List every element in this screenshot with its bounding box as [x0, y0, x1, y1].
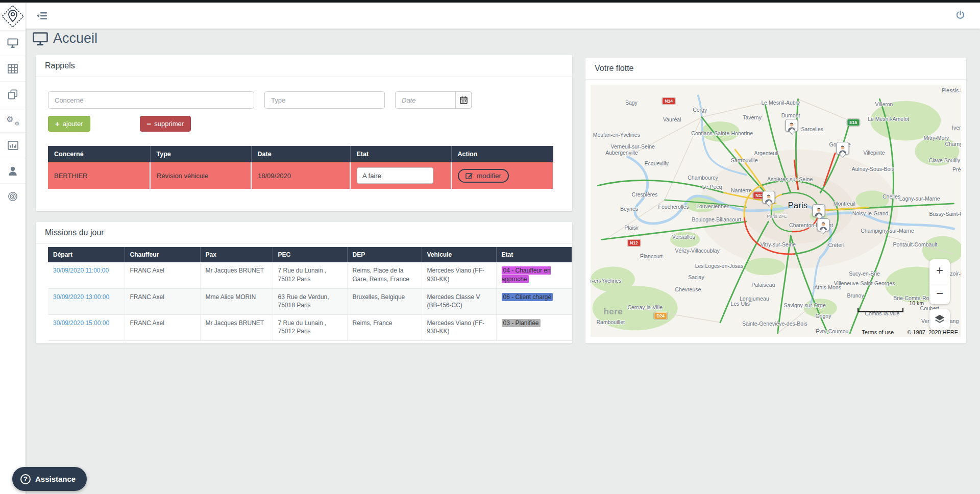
mission-row: 30/09/2020 13:00:00 FRANC Axel Mme Alice… [48, 288, 572, 314]
mission-dep: Reims, France [347, 314, 422, 340]
mission-pax: Mme Alice MORIN [200, 288, 273, 314]
driver-avatar-icon [764, 193, 774, 203]
zoom-out-button[interactable]: − [929, 282, 950, 304]
mission-pec: 63 Rue de Verdun, 75018 Paris [273, 288, 347, 314]
col-depart: Départ [48, 247, 125, 262]
concerne-input[interactable] [48, 91, 254, 109]
col-etat: Etat [350, 146, 451, 162]
map-layers-button[interactable] [929, 309, 950, 330]
col-type: Type [150, 146, 251, 162]
date-input[interactable] [395, 91, 456, 109]
mission-status-badge: 06 - Client chargé [502, 293, 553, 301]
col-dep: DEP [347, 247, 422, 262]
page-title-text: Accueil [53, 31, 97, 46]
col-etat: Etat [496, 247, 572, 262]
edit-icon [465, 172, 473, 180]
top-black-strip [0, 0, 980, 3]
add-button[interactable]: + ajouter [48, 116, 90, 132]
missions-panel-title: Missions du jour [36, 222, 572, 244]
sidebar-item-settings[interactable]: ⚙⚙ [0, 107, 26, 132]
sidebar-item-statistics[interactable] [0, 132, 26, 158]
mission-pec: 7 Rue du Lunain , 75012 Paris [273, 314, 347, 340]
missions-table: Départ Chauffeur Pax PEC DEP Vehicule Et… [48, 247, 572, 341]
mission-chauffeur: FRANC Axel [125, 262, 200, 288]
mission-vehicule: Mercedes Viano (FF-930-KK) [422, 262, 496, 288]
driver-avatar-icon [838, 144, 847, 154]
fleet-panel: Votre flotte [585, 58, 966, 343]
col-vehicule: Vehicule [422, 247, 496, 262]
question-icon: ? [20, 474, 31, 484]
sidebar-toggle-icon[interactable] [37, 12, 47, 20]
app-logo[interactable] [0, 3, 26, 30]
driver-avatar-icon [787, 121, 797, 131]
sidebar-item-dashboard[interactable] [0, 30, 26, 56]
date-picker-button[interactable] [456, 91, 472, 109]
mission-vehicule: Mercedes Classe V (BB-456-CC) [422, 288, 496, 314]
zoom-in-button[interactable]: + [929, 259, 950, 282]
driver-avatar-icon [818, 221, 828, 231]
driver-marker[interactable] [763, 191, 775, 204]
rappel-type: Révision véhicule [150, 162, 251, 189]
mission-depart-link[interactable]: 30/09/2020 11:00:00 [53, 267, 109, 274]
mission-pax: Mr Jacques BRUNET [200, 262, 273, 288]
sidebar-item-planning[interactable] [0, 56, 26, 81]
fleet-map[interactable]: SagyCergyVauréalTavernyDumontLe Mesnil-A… [591, 85, 961, 337]
assistance-button[interactable]: ? Assistance [12, 467, 87, 491]
page-title: Accueil [33, 31, 97, 46]
rappels-table: Concerné Type Date Etat Action BERTHIER … [48, 146, 554, 189]
mission-row: 30/09/2020 15:00:00 FRANC Axel Mr Jacque… [48, 314, 572, 340]
col-pec: PEC [273, 247, 347, 262]
calendar-icon [460, 96, 468, 104]
terms-of-use-link[interactable]: Terms of use [862, 329, 894, 335]
map-base-layer [591, 85, 961, 337]
driver-marker[interactable] [786, 119, 798, 132]
power-icon[interactable] [955, 10, 966, 22]
map-zoom-controls: + − [929, 259, 950, 304]
topbar [26, 3, 980, 29]
here-watermark: here [603, 307, 623, 317]
mission-pec: 7 Rue du Lunain , 75012 Paris [273, 262, 347, 288]
rappel-date: 18/09/2020 [251, 162, 350, 189]
map-scale-label: 10 km [909, 300, 924, 306]
rappels-panel: Rappels + ajouter − supprimer [36, 55, 572, 211]
rappel-row[interactable]: BERTHIER Révision véhicule 18/09/2020 A … [48, 162, 553, 189]
map-copyright: © 1987–2020 HERE [907, 329, 958, 335]
col-pax: Pax [200, 247, 273, 262]
driver-avatar-icon [814, 207, 824, 216]
mission-row: 30/09/2020 11:00:00 FRANC Axel Mr Jacque… [48, 262, 572, 288]
driver-marker[interactable] [817, 218, 829, 231]
rappels-panel-title: Rappels [36, 55, 572, 77]
layers-icon [934, 314, 945, 325]
mission-depart-link[interactable]: 30/09/2020 15:00:00 [53, 319, 109, 327]
minus-icon: − [147, 120, 152, 128]
rappel-concerne: BERTHIER [48, 162, 150, 189]
mission-vehicule: Mercedes Viano (FF-930-KK) [422, 314, 496, 340]
missions-panel: Missions du jour Départ Chauffeur Pax PE… [36, 222, 572, 343]
mission-chauffeur: FRANC Axel [125, 314, 200, 340]
type-input[interactable] [264, 91, 385, 109]
sidebar-item-documents[interactable] [0, 81, 26, 107]
assistance-label: Assistance [35, 475, 76, 483]
rappel-etat-select[interactable]: A faire [357, 167, 433, 184]
gears-icon: ⚙⚙ [7, 114, 18, 126]
sidebar: ⚙⚙ [0, 3, 26, 494]
map-scale-bar [857, 308, 903, 312]
mission-dep: Bruxelles, Belgique [347, 288, 422, 314]
mission-status-badge: 04 - Chauffeur en approche [502, 266, 551, 283]
sidebar-item-drivers[interactable] [0, 158, 26, 183]
modify-button[interactable]: modifier [458, 169, 509, 183]
monitor-icon [33, 32, 48, 45]
fleet-panel-title: Votre flotte [585, 58, 966, 80]
mission-pax: Mr Jacques BRUNET [200, 314, 273, 340]
mission-chauffeur: FRANC Axel [125, 288, 200, 314]
col-date: Date [251, 146, 350, 162]
mission-status-badge: 03 - Planifiée [502, 319, 541, 327]
sidebar-item-tracking[interactable] [0, 183, 26, 209]
col-chauffeur: Chauffeur [125, 247, 200, 262]
driver-marker[interactable] [813, 204, 825, 217]
mission-depart-link[interactable]: 30/09/2020 13:00:00 [53, 293, 109, 301]
delete-button[interactable]: − supprimer [140, 116, 191, 132]
driver-marker[interactable] [836, 142, 849, 155]
mission-dep: Reims, Place de la Gare, Reims, France [347, 262, 422, 288]
col-action: Action [451, 146, 553, 162]
